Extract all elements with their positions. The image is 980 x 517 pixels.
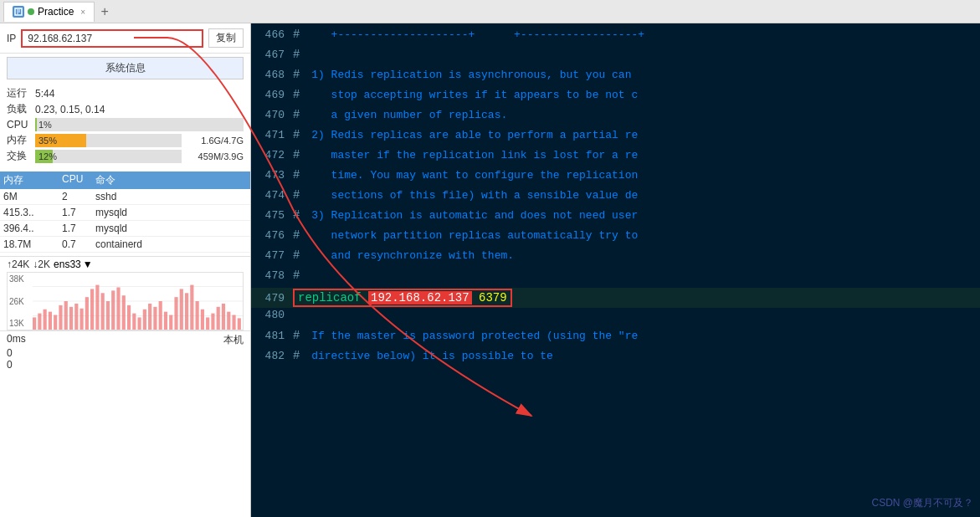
svg-rect-15 <box>95 285 99 330</box>
line-number: 472 <box>251 149 293 161</box>
line-content: directive below) it is possible to te <box>305 350 552 362</box>
proc-cpu: 1.7 <box>59 221 92 236</box>
svg-rect-21 <box>127 305 131 330</box>
svg-rect-13 <box>85 297 89 330</box>
proc-cmd: mysqld <box>92 205 250 220</box>
svg-rect-12 <box>80 309 83 330</box>
latency-label: 0ms <box>7 333 26 347</box>
replicaof-command: replicaof <box>298 291 368 305</box>
net-iface-label: ens33 <box>54 258 81 270</box>
svg-rect-38 <box>217 307 220 330</box>
code-line-473: 473 # time. You may want to configure th… <box>251 167 980 187</box>
copy-button[interactable]: 复制 <box>208 28 244 48</box>
replicaof-ip: 192.168.62.137 <box>368 291 472 305</box>
latency-values: 0 0 <box>7 347 244 371</box>
svg-rect-39 <box>222 304 225 330</box>
hash-symbol: # <box>293 248 300 262</box>
status-dot <box>28 8 34 15</box>
uptime-row: 运行 5:44 <box>7 86 244 100</box>
uptime-label: 运行 <box>7 86 32 100</box>
chart-label-top: 38K <box>9 274 24 284</box>
svg-rect-25 <box>148 304 151 330</box>
line-number: 477 <box>251 249 293 262</box>
hash-symbol: # <box>293 88 300 101</box>
svg-rect-5 <box>44 310 47 330</box>
svg-rect-20 <box>122 295 126 330</box>
close-icon[interactable]: × <box>80 8 85 17</box>
stats-section: 运行 5:44 负载 0.23, 0.15, 0.14 CPU 1% 内存 <box>0 83 250 168</box>
svg-rect-33 <box>190 285 193 330</box>
proc-mem: 396.4.. <box>0 221 59 236</box>
code-line-470: 470 # a given number of replicas. <box>251 107 980 127</box>
sidebar: IP 92.168.62.137 复制 系统信息 运行 5:44 负载 0.23… <box>0 23 251 517</box>
cpu-progress: 1% <box>35 118 244 131</box>
line-content: network partition replicas automatically… <box>305 229 638 242</box>
swap-label: 交换 <box>7 149 32 163</box>
mem-detail: 1.6G/4.7G <box>185 136 244 146</box>
svg-rect-10 <box>69 307 73 330</box>
chart-area <box>33 273 243 330</box>
code-content: 466 # +--------------------+ +----------… <box>251 23 980 517</box>
hash-symbol: # <box>293 349 300 362</box>
code-line-466: 466 # +--------------------+ +----------… <box>251 27 980 47</box>
hash-symbol: # <box>293 188 300 202</box>
replicaof-box: replicaof 192.168.62.137 6379 <box>293 289 512 307</box>
load-value: 0.23, 0.15, 0.14 <box>35 104 105 115</box>
line-number: 481 <box>251 330 293 342</box>
tab-add-button[interactable]: + <box>96 3 113 20</box>
line-content: If the master is password protected (usi… <box>305 330 638 342</box>
svg-rect-6 <box>49 312 52 330</box>
network-bar: ↑24K ↓2K ens33 ▼ <box>0 256 250 272</box>
line-number: 473 <box>251 169 293 182</box>
line-number: 470 <box>251 109 293 121</box>
watermark: CSDN @魔月不可及？ <box>871 496 973 510</box>
hash-symbol: # <box>293 228 300 242</box>
code-line-472: 472 # master if the replication link is … <box>251 147 980 167</box>
svg-rect-31 <box>180 289 183 330</box>
table-row: 396.4.. 1.7 mysqld <box>0 221 250 237</box>
svg-rect-18 <box>111 290 115 330</box>
line-number: 468 <box>251 69 293 81</box>
svg-rect-3 <box>33 317 36 330</box>
code-line-468: 468 # 1) Redis replication is asynchrono… <box>251 67 980 87</box>
mem-value: 35% <box>35 136 57 146</box>
net-interface[interactable]: ens33 ▼ <box>54 258 93 270</box>
line-number: 471 <box>251 129 293 141</box>
hash-symbol: # <box>293 28 300 41</box>
process-table: 内存 CPU 命令 6M 2 sshd 415.3.. 1.7 mysqld 3… <box>0 171 250 253</box>
code-area: 466 # +--------------------+ +----------… <box>251 23 980 517</box>
code-line-477: 477 # and resynchronize with them. <box>251 248 980 268</box>
code-line-469: 469 # stop accepting writes if it appear… <box>251 87 980 107</box>
latency-value-2: 0 <box>7 359 244 371</box>
chart-labels: 38K 26K 13K <box>8 273 26 330</box>
system-info-button[interactable]: 系统信息 <box>7 57 244 79</box>
load-row: 负载 0.23, 0.15, 0.14 <box>7 102 244 116</box>
tab-label: Practice <box>38 6 74 18</box>
line-content: 1) Redis replication is asynchronous, bu… <box>305 69 631 81</box>
line-content: a given number of replicas. <box>305 109 507 121</box>
line-content: stop accepting writes if it appears to b… <box>305 89 638 101</box>
svg-rect-9 <box>64 301 68 330</box>
svg-rect-40 <box>227 312 230 330</box>
line-number: 467 <box>251 49 293 61</box>
tab-practice[interactable]: Practice × <box>3 2 95 22</box>
hash-symbol: # <box>293 108 300 121</box>
swap-value: 12% <box>35 151 57 161</box>
latency-location: 本机 <box>223 333 244 347</box>
chevron-down-icon: ▼ <box>83 258 93 270</box>
hash-symbol: # <box>293 48 300 61</box>
net-download: ↓2K <box>33 258 50 270</box>
col-cmd-header: 命令 <box>92 171 250 189</box>
swap-row: 交换 12% 459M/3.9G <box>7 149 244 163</box>
mem-row: 内存 35% 1.6G/4.7G <box>7 133 244 147</box>
line-number: 480 <box>251 309 293 321</box>
hash-symbol: # <box>293 208 300 222</box>
col-cpu-header: CPU <box>59 171 92 189</box>
swap-progress: 12% <box>35 150 182 163</box>
col-mem-header: 内存 <box>0 171 59 189</box>
code-line-481: 481 # If the master is password protecte… <box>251 328 980 348</box>
cpu-label: CPU <box>7 119 32 131</box>
svg-rect-16 <box>101 293 105 330</box>
line-content: sections of this file) with a sensible v… <box>305 189 638 202</box>
code-line-480: 480 <box>251 308 980 328</box>
